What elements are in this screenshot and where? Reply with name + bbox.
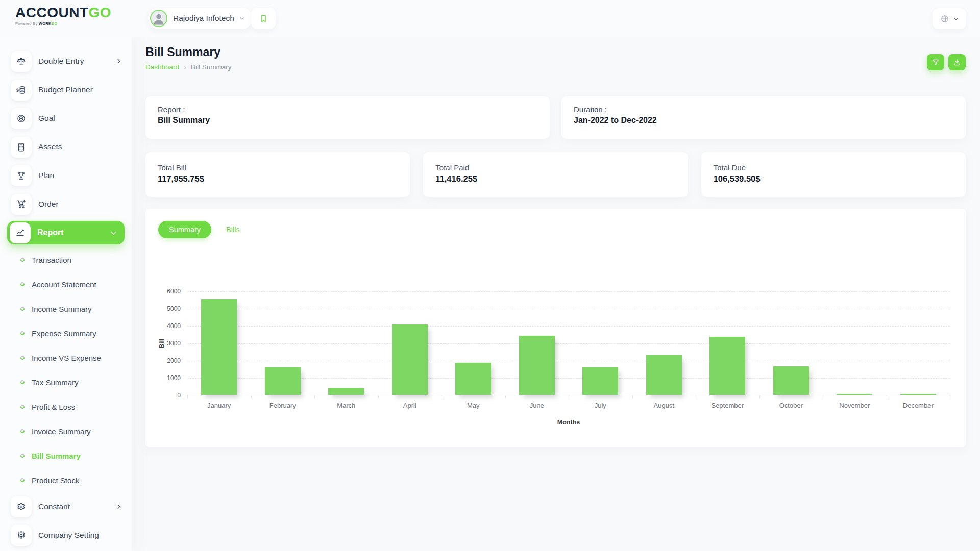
sidebar-item-double-entry[interactable]: Double Entry: [0, 47, 132, 76]
bar-september: [709, 337, 745, 395]
total-paid-card: Total Paid 11,416.25$: [423, 152, 688, 197]
report-card: Report : Bill Summary: [145, 96, 550, 139]
sidebar-subitem-invoice-summary[interactable]: Invoice Summary: [0, 419, 132, 443]
sidebar-item-goal[interactable]: Goal: [0, 104, 132, 133]
bullet-icon: [19, 330, 25, 336]
bullet-icon: [19, 428, 25, 434]
sidebar-subitem-income-vs-expense[interactable]: Income VS Expense: [0, 345, 132, 370]
sidebar-item-constant[interactable]: Constant: [0, 492, 132, 521]
sidebar-item-report[interactable]: Report: [7, 221, 125, 244]
filter-button[interactable]: [927, 54, 944, 70]
bar-april: [392, 324, 428, 395]
cart-icon: [11, 194, 32, 215]
x-axis-category-label: July: [569, 400, 632, 410]
gear-icon: [11, 496, 32, 517]
duration-card: Duration : Jan-2022 to Dec-2022: [561, 96, 966, 139]
sidebar-subitem-account-statement[interactable]: Account Statement: [0, 272, 132, 296]
x-axis-category-label: March: [314, 400, 378, 410]
sidebar-item-label: Goal: [38, 114, 122, 123]
sidebar-subitem-label: Profit & Loss: [32, 403, 75, 411]
sidebar-item-company-setting[interactable]: Company Setting: [0, 521, 132, 549]
app-header: ACCOUNTGO Powered By WORKDO Rajodiya Inf…: [0, 0, 980, 37]
sidebar-subitem-product-stock[interactable]: Product Stock: [0, 468, 132, 492]
company-selector[interactable]: Rajodiya Infotech: [148, 8, 253, 29]
sidebar-item-label: Constant: [38, 502, 115, 511]
calculator-icon: [11, 137, 32, 158]
bookmark-button[interactable]: [251, 8, 276, 29]
sidebar-subitem-expense-summary[interactable]: Expense Summary: [0, 321, 132, 345]
breadcrumb-dashboard-link[interactable]: Dashboard: [145, 63, 179, 71]
x-axis-tick: [314, 395, 315, 398]
sidebar-subitem-label: Product Stock: [32, 476, 79, 485]
sidebar-item-order[interactable]: Order: [0, 190, 132, 218]
sidebar-subitem-label: Expense Summary: [32, 329, 96, 338]
y-axis-tick-label: 2000: [167, 357, 181, 364]
sidebar-item-plan[interactable]: Plan: [0, 161, 132, 190]
total-due-label: Total Due: [714, 163, 953, 172]
app-logo: ACCOUNTGO Powered By WORKDO: [15, 6, 116, 26]
total-bill-card: Total Bill 117,955.75$: [145, 152, 410, 197]
x-axis-tick: [950, 395, 950, 398]
total-paid-label: Total Paid: [435, 163, 675, 172]
x-axis-tick: [505, 395, 506, 398]
gear-icon: [11, 525, 32, 546]
x-axis-category-label: April: [378, 400, 442, 410]
sidebar-item-assets[interactable]: Assets: [0, 133, 132, 161]
globe-icon: [940, 14, 950, 24]
chart-x-axis-title: Months: [187, 419, 950, 426]
language-selector-button[interactable]: [933, 8, 966, 29]
chevron-right-icon: [115, 58, 122, 65]
logo-tagline: Powered By WORKDO: [15, 21, 116, 26]
bullet-icon: [19, 477, 25, 483]
sidebar-item-label: Plan: [38, 171, 122, 180]
breadcrumb: Dashboard › Bill Summary: [145, 63, 232, 71]
download-button[interactable]: [948, 54, 966, 70]
x-axis-tick: [187, 395, 188, 398]
avatar: [150, 10, 167, 27]
sidebar-subitem-income-summary[interactable]: Income Summary: [0, 296, 132, 321]
tab-summary[interactable]: Summary: [158, 221, 211, 238]
chevron-right-icon: [115, 503, 122, 510]
sidebar: Double Entry$Budget PlannerGoalAssetsPla…: [0, 37, 132, 551]
gridline: [187, 378, 950, 379]
sidebar-subitem-profit-loss[interactable]: Profit & Loss: [0, 394, 132, 419]
page-actions: [927, 54, 966, 70]
budget-coins-icon: $: [11, 80, 32, 101]
bar-chart: Bill Months 0100020003000400050006000Jan…: [187, 291, 950, 395]
chevron-down-icon: [953, 16, 959, 22]
total-paid-value: 11,416.25$: [435, 174, 675, 184]
sidebar-item-budget-planner[interactable]: $Budget Planner: [0, 76, 132, 104]
y-axis-tick-label: 3000: [167, 340, 181, 347]
y-axis-tick-label: 5000: [167, 305, 181, 312]
bullet-icon: [19, 379, 25, 385]
x-axis-tick: [632, 395, 633, 398]
x-axis-tick: [569, 395, 569, 398]
sidebar-subitem-bill-summary[interactable]: Bill Summary: [0, 443, 132, 468]
sidebar-subitem-tax-summary[interactable]: Tax Summary: [0, 370, 132, 394]
bullet-icon: [19, 404, 25, 409]
gridline: [187, 343, 950, 344]
bullet-icon: [19, 281, 25, 287]
target-icon: [11, 108, 32, 129]
total-due-card: Total Due 106,539.50$: [701, 152, 966, 197]
sidebar-subitem-label: Invoice Summary: [32, 427, 91, 436]
sidebar-nav: Double Entry$Budget PlannerGoalAssetsPla…: [0, 47, 132, 549]
chevron-down-icon: [110, 229, 117, 237]
chart-card: Summary Bills Bill Months 01000200030004…: [145, 209, 966, 447]
bullet-icon: [19, 453, 25, 458]
bar-december: [900, 394, 936, 395]
svg-text:$: $: [16, 88, 19, 93]
chart-y-axis-title: Bill: [158, 338, 165, 348]
sidebar-item-label: Budget Planner: [38, 85, 122, 94]
sidebar-subitem-transaction[interactable]: Transaction: [0, 247, 132, 272]
sidebar-subitem-label: Transaction: [32, 256, 71, 264]
bar-november: [837, 394, 872, 395]
total-bill-label: Total Bill: [158, 163, 398, 172]
breadcrumb-separator: ›: [184, 63, 186, 71]
tab-bills[interactable]: Bills: [215, 221, 251, 238]
sidebar-item-label: Report: [37, 228, 110, 237]
sidebar-subitem-label: Tax Summary: [32, 378, 79, 387]
x-axis-category-label: February: [251, 400, 315, 410]
logo-accent: GO: [89, 5, 112, 20]
report-info-row: Report : Bill Summary Duration : Jan-202…: [145, 96, 966, 139]
